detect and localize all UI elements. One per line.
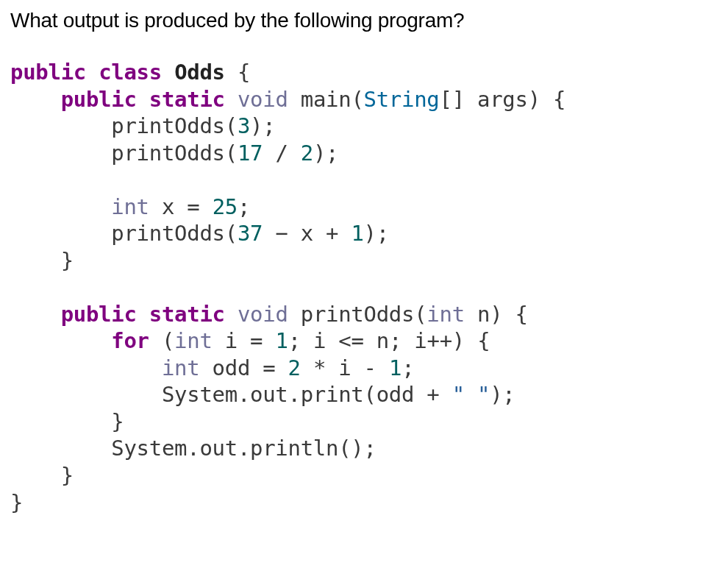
op-eq: =: [263, 355, 275, 380]
punct: (): [338, 436, 363, 461]
punct: {: [515, 302, 528, 327]
var-x: x: [301, 221, 313, 246]
punct: (: [363, 382, 376, 407]
method-printodds: printOdds: [301, 302, 414, 327]
var-x: x: [162, 194, 174, 219]
punct: {: [477, 328, 490, 353]
var-i: i: [414, 328, 427, 353]
op-star: *: [313, 355, 326, 380]
punct: ;: [402, 355, 414, 380]
num-1: 1: [351, 221, 363, 246]
kw-for: for: [111, 328, 149, 353]
punct: ;: [363, 436, 376, 461]
punct: ): [452, 328, 465, 353]
str-space: " ": [452, 382, 490, 407]
kw-static: static: [149, 87, 225, 112]
code-block: public class Odds { public static void m…: [10, 59, 718, 516]
num-37: 37: [238, 221, 263, 246]
var-odd: odd: [213, 355, 250, 380]
punct: [: [440, 87, 452, 112]
var-n: n: [377, 328, 389, 353]
call-printodds: printOdds: [111, 221, 224, 246]
kw-class: class: [99, 60, 162, 85]
sys-out-println: System.out.println: [111, 436, 338, 461]
call-printodds: printOdds: [111, 113, 224, 138]
class-name: Odds: [174, 60, 225, 85]
num-2: 2: [301, 141, 313, 166]
punct: (: [162, 328, 174, 353]
punct: (: [225, 141, 238, 166]
punct: ): [490, 302, 502, 327]
punct: }: [111, 409, 124, 434]
num-1: 1: [389, 355, 402, 380]
punct: ;: [389, 328, 402, 353]
var-i: i: [338, 355, 351, 380]
punct: ;: [502, 382, 515, 407]
var-n: n: [477, 302, 490, 327]
kw-int: int: [427, 302, 464, 327]
punct: (: [225, 221, 238, 246]
op-lte: <=: [338, 328, 363, 353]
type-string: String: [364, 87, 440, 112]
kw-public: public: [10, 60, 86, 85]
op-plus: +: [326, 221, 338, 246]
punct: ): [250, 113, 263, 138]
punct: ): [364, 221, 377, 246]
punct: ): [490, 382, 502, 407]
var-i: i: [313, 328, 326, 353]
op-plusplus: ++: [427, 328, 452, 353]
kw-void: void: [238, 87, 288, 112]
kw-public: public: [61, 302, 137, 327]
var-i: i: [225, 328, 238, 353]
kw-public: public: [61, 87, 137, 112]
method-main: main: [301, 87, 351, 112]
num-25: 25: [213, 194, 238, 219]
punct: ): [528, 87, 540, 112]
question-text: What output is produced by the following…: [10, 9, 718, 32]
punct: (: [225, 113, 238, 138]
punct: ;: [326, 141, 338, 166]
op-minus: -: [364, 355, 377, 380]
punct: {: [238, 60, 250, 85]
punct: (: [351, 87, 363, 112]
num-2: 2: [288, 355, 301, 380]
sys-out-print: System.out.print: [162, 382, 364, 407]
kw-static: static: [149, 302, 225, 327]
op-plus: +: [427, 382, 439, 407]
punct: }: [10, 490, 23, 515]
op-minus: −: [275, 221, 288, 246]
op-eq: =: [187, 194, 199, 219]
punct: (: [414, 302, 427, 327]
op-div: /: [275, 141, 288, 166]
punct: }: [61, 248, 74, 273]
kw-int: int: [174, 328, 212, 353]
punct: ;: [377, 221, 389, 246]
num-3: 3: [238, 113, 250, 138]
punct: ]: [452, 87, 465, 112]
punct: ;: [263, 113, 275, 138]
op-eq: =: [250, 328, 263, 353]
punct: {: [553, 87, 565, 112]
punct: ;: [238, 194, 250, 219]
arg-args: args: [477, 87, 528, 112]
num-17: 17: [238, 141, 263, 166]
kw-int: int: [111, 194, 149, 219]
punct: ): [313, 141, 326, 166]
kw-int: int: [162, 355, 199, 380]
kw-void: void: [238, 302, 288, 327]
punct: ;: [288, 328, 301, 353]
var-odd: odd: [377, 382, 414, 407]
num-1: 1: [275, 328, 288, 353]
call-printodds: printOdds: [111, 141, 224, 166]
punct: }: [61, 463, 74, 488]
